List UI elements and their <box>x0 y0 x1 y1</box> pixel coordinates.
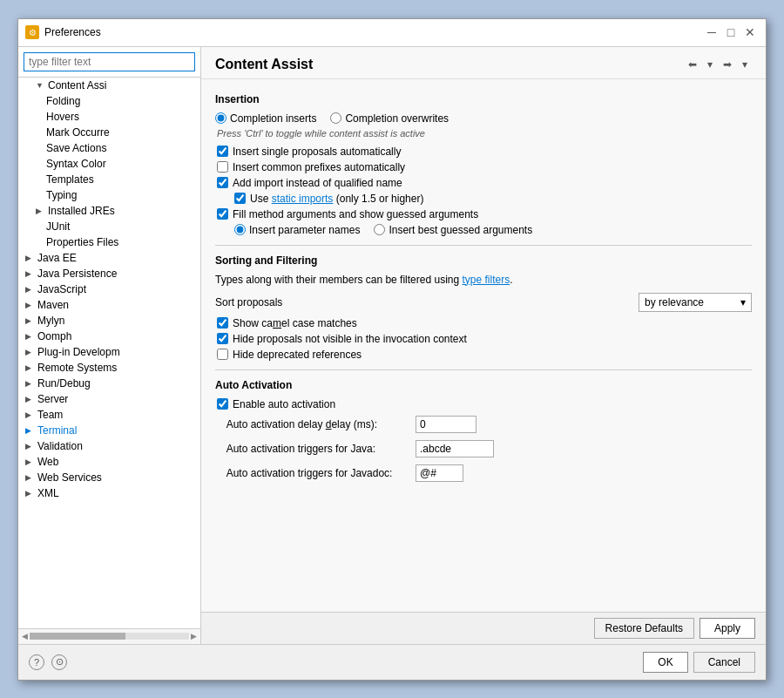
sidebar-item-run-debug[interactable]: ▶ Run/Debug <box>18 376 200 391</box>
maximize-button[interactable]: □ <box>722 24 740 41</box>
static-imports-link[interactable]: static imports <box>272 193 334 205</box>
expand-arrow: ▶ <box>25 332 34 341</box>
completion-overwrites-label[interactable]: Completion overwrites <box>330 112 449 125</box>
hide-deprecated-label[interactable]: Hide deprecated references <box>233 349 362 361</box>
search-input[interactable] <box>24 52 195 71</box>
back-dropdown[interactable]: ▾ <box>703 56 717 73</box>
hide-proposals-checkbox[interactable] <box>217 333 228 344</box>
expand-arrow: ▶ <box>25 473 34 482</box>
window-controls: ─ □ ✕ <box>703 24 759 41</box>
forward-dropdown[interactable]: ▾ <box>738 56 752 73</box>
triggers-java-input[interactable] <box>416 440 494 457</box>
insert-param-label[interactable]: Insert parameter names <box>234 224 360 236</box>
insert-param-radio[interactable] <box>234 224 246 235</box>
sidebar-item-syntax-color[interactable]: Syntax Color <box>18 156 200 172</box>
expand-arrow: ▶ <box>25 254 34 262</box>
triggers-java-label: Auto activation triggers for Java: <box>215 443 416 455</box>
dialog-bottom-bar: ? ⊙ OK Cancel <box>18 644 766 680</box>
sidebar-item-label: Typing <box>46 189 77 201</box>
sidebar-item-content-assist[interactable]: ▼ Content Assi <box>18 78 200 93</box>
hide-proposals-label[interactable]: Hide proposals not visible in the invoca… <box>233 333 467 345</box>
insert-best-label[interactable]: Insert best guessed arguments <box>374 224 532 236</box>
sidebar-item-folding[interactable]: Folding <box>18 93 200 109</box>
triggers-javadoc-input[interactable] <box>416 464 463 482</box>
use-static-checkbox[interactable] <box>234 193 246 204</box>
insert-best-radio[interactable] <box>374 224 385 235</box>
sidebar-item-validation[interactable]: ▶ Validation <box>18 438 200 454</box>
back-button[interactable]: ⬅ <box>684 56 701 73</box>
sort-proposals-dropdown[interactable]: by relevance ▾ <box>639 293 752 312</box>
fill-method-label[interactable]: Fill method arguments and show guessed a… <box>233 208 478 220</box>
sidebar-item-installed-jres[interactable]: ▶ Installed JREs <box>18 203 200 219</box>
sidebar-item-hovers[interactable]: Hovers <box>18 109 200 125</box>
sidebar-item-terminal[interactable]: ▶ Terminal <box>18 423 200 438</box>
sidebar-item-java-ee[interactable]: ▶ Java EE <box>18 250 200 266</box>
sidebar-item-web[interactable]: ▶ Web <box>18 454 200 470</box>
show-camel-label[interactable]: Show camel case matches <box>233 317 357 329</box>
search-box <box>18 47 200 78</box>
hide-proposals-row: Hide proposals not visible in the invoca… <box>215 333 752 345</box>
type-filters-link[interactable]: type filters <box>463 274 510 286</box>
delay-input[interactable]: 0 <box>416 416 476 433</box>
sidebar-item-mylyn[interactable]: ▶ Mylyn <box>18 313 200 329</box>
sidebar-item-junit[interactable]: JUnit <box>18 219 200 234</box>
panel-header: Content Assist ⬅ ▾ ➡ ▾ <box>201 47 766 79</box>
sidebar-item-maven[interactable]: ▶ Maven <box>18 297 200 313</box>
add-import-checkbox[interactable] <box>217 177 228 188</box>
expand-arrow: ▶ <box>25 285 34 294</box>
help-icon[interactable]: ? <box>29 654 44 670</box>
sidebar-item-mark-occurrences[interactable]: Mark Occurre <box>18 125 200 140</box>
hide-deprecated-row: Hide deprecated references <box>215 349 752 361</box>
enable-auto-activation-checkbox[interactable] <box>217 398 228 410</box>
forward-button[interactable]: ➡ <box>719 56 736 73</box>
sidebar-item-save-actions[interactable]: Save Actions <box>18 140 200 156</box>
expand-arrow: ▶ <box>25 301 34 309</box>
completion-overwrites-radio[interactable] <box>330 112 341 124</box>
expand-arrow: ▶ <box>25 426 34 435</box>
sidebar-item-java-persistence[interactable]: ▶ Java Persistence <box>18 266 200 281</box>
close-button[interactable]: ✕ <box>741 24 759 41</box>
sidebar-item-properties-files[interactable]: Properties Files <box>18 234 200 250</box>
cancel-button[interactable]: Cancel <box>693 652 755 673</box>
show-camel-checkbox[interactable] <box>217 317 228 329</box>
sidebar-item-javascript[interactable]: ▶ JavaScript <box>18 281 200 297</box>
auto-activation-title: Auto Activation <box>215 379 752 391</box>
triggers-javadoc-row: Auto activation triggers for Javadoc: <box>215 464 752 482</box>
panel-title: Content Assist <box>215 57 313 72</box>
insert-single-checkbox[interactable] <box>217 146 228 157</box>
ok-button[interactable]: OK <box>643 652 687 673</box>
fill-method-row: Fill method arguments and show guessed a… <box>215 208 752 220</box>
minimize-button[interactable]: ─ <box>703 24 720 41</box>
insert-common-checkbox[interactable] <box>217 161 228 173</box>
sidebar-item-label: Hovers <box>46 111 79 123</box>
insert-single-label[interactable]: Insert single proposals automatically <box>233 146 401 158</box>
sidebar-item-plug-in-dev[interactable]: ▶ Plug-in Developm <box>18 344 200 360</box>
sidebar-item-team[interactable]: ▶ Team <box>18 407 200 423</box>
sidebar-item-web-services[interactable]: ▶ Web Services <box>18 470 200 485</box>
expand-arrow: ▶ <box>25 457 34 466</box>
add-import-label[interactable]: Add import instead of qualified name <box>233 177 402 189</box>
insert-common-label[interactable]: Insert common prefixes automatically <box>233 161 405 173</box>
sidebar: ▼ Content Assi Folding Hovers Mark Occur… <box>18 47 201 644</box>
hide-deprecated-checkbox[interactable] <box>217 349 228 360</box>
triggers-javadoc-label: Auto activation triggers for Javadoc: <box>215 467 416 479</box>
sidebar-item-server[interactable]: ▶ Server <box>18 391 200 407</box>
fill-method-checkbox[interactable] <box>217 208 228 220</box>
apply-button[interactable]: Apply <box>700 618 755 639</box>
use-static-label[interactable]: Use static imports Use static imports (o… <box>250 193 423 205</box>
completion-inserts-label[interactable]: Completion inserts <box>215 112 316 125</box>
sidebar-item-label: Mark Occurre <box>46 126 110 139</box>
sidebar-item-oomph[interactable]: ▶ Oomph <box>18 329 200 344</box>
sidebar-item-remote-systems[interactable]: ▶ Remote Systems <box>18 360 200 376</box>
sidebar-item-xml[interactable]: ▶ XML <box>18 485 200 501</box>
info-icon[interactable]: ⊙ <box>51 654 67 670</box>
delay-row: Auto activation delay delay (ms): 0 <box>215 416 752 433</box>
sidebar-item-templates[interactable]: Templates <box>18 172 200 187</box>
restore-defaults-button[interactable]: Restore Defaults <box>594 618 694 639</box>
sidebar-item-label: Mylyn <box>37 315 64 327</box>
expand-arrow: ▶ <box>25 442 34 451</box>
enable-auto-activation-label[interactable]: Enable auto activation <box>233 398 335 410</box>
completion-inserts-radio[interactable] <box>215 112 226 124</box>
sidebar-item-typing[interactable]: Typing <box>18 187 200 203</box>
expand-arrow: ▶ <box>25 269 34 278</box>
